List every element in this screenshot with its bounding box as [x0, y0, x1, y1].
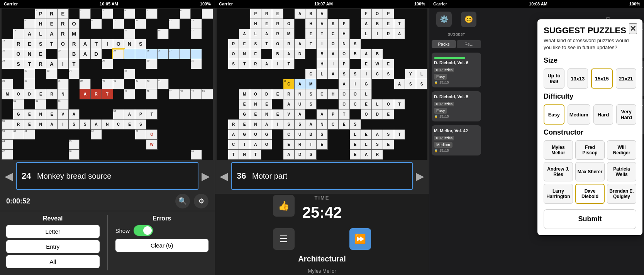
constructor-quigley[interactable]: Brendan E. Quigley [607, 184, 636, 204]
battery-3: 100% [629, 2, 640, 6]
close-suggest-btn[interactable]: ✕ [629, 23, 637, 34]
time-3: 10:08 AM [529, 2, 547, 6]
panel-1: Carrier 10:05 AM 100% 1P R E 2 3 4 5 [0, 0, 215, 275]
constructor-ries[interactable]: Andrew J. Ries [544, 162, 573, 181]
settings-btn-1[interactable]: ⚙ [194, 194, 208, 208]
panel-2: Carrier 10:07 AM 100% P R E A B A F O P [215, 0, 429, 275]
constructor-mellor[interactable]: Myles Mellor [544, 140, 573, 160]
overlay-title: Architectural [298, 255, 346, 263]
sidebar-card-3[interactable]: M. Mellor, Vol. 42 10 Puzzles Medium 🔒 1… [432, 125, 481, 155]
constructor-wells[interactable]: Patricia Wells [607, 162, 636, 181]
suggest-title: SUGGEST PUZZLES [544, 26, 636, 36]
battery-2: 100% [414, 2, 425, 6]
constructor-harrington[interactable]: Larry Harrington [544, 184, 573, 204]
next-clue-1[interactable]: ▶ [198, 167, 213, 186]
menu-btn[interactable]: ☰ [273, 228, 295, 250]
constructor-grid: Myles Mellor Fred Piscop Will Nediger An… [544, 140, 636, 204]
diff-easy[interactable]: Easy [544, 104, 564, 125]
all-btn[interactable]: All [6, 255, 100, 268]
size-15x15[interactable]: 15x15 [591, 68, 613, 89]
next-clue-2[interactable]: ▶ [413, 167, 427, 186]
diff-hard[interactable]: Hard [593, 104, 613, 125]
show-toggle-row: Show [115, 225, 209, 236]
status-right-1: 100% [200, 2, 211, 6]
card-3-puzzles: 10 Puzzles [434, 136, 454, 140]
crossword-grid-1[interactable]: 1P R E 2 3 4 5 6 7 8 H [0, 8, 215, 161]
prev-clue-2[interactable]: ◀ [217, 167, 231, 186]
overlay-author: Myles Mellor [308, 268, 336, 274]
errors-section: Errors Show Clear (5) [115, 215, 209, 270]
clue-text-1: Monkey bread source [37, 172, 193, 181]
clue-bar-1: 24 Monkey bread source [16, 162, 198, 190]
smiley-icon-btn[interactable]: 😊 [461, 12, 476, 27]
card-3-difficulty: Medium [434, 142, 452, 148]
status-bar-3: Carrier 10:08 AM 100% [429, 0, 644, 8]
thumbs-up-btn[interactable]: 👍 [273, 195, 295, 217]
size-9x9[interactable]: Up to 9x9 [544, 68, 564, 89]
overlay-time: 25:42 [302, 204, 342, 221]
card-1-size: 🔒 15x15 [434, 80, 479, 84]
prev-clue-1[interactable]: ◀ [2, 167, 16, 186]
show-toggle[interactable] [134, 225, 153, 236]
clue-text-2: Motor part [252, 172, 407, 181]
game-over-overlay: 👍 ☰ TIME 25:42 ⏩ Architectural Myles Mel… [215, 194, 429, 275]
sidebar-top-icons: ⚙️ 😊 [432, 12, 481, 27]
constructor-piscop[interactable]: Fred Piscop [575, 140, 605, 160]
status-bar-2: Carrier 10:07 AM 100% [215, 0, 429, 8]
show-label: Show [115, 227, 130, 234]
status-bar-1: Carrier 10:05 AM 100% [0, 0, 215, 8]
card-3-title: M. Mellor, Vol. 42 [434, 128, 479, 133]
time-label: TIME [314, 195, 329, 201]
diff-very-hard[interactable]: Very Hard [616, 104, 636, 125]
sidebar-p3: ⚙️ 😊 SUGGEST Packs Re... D. Diebold, Vol… [429, 8, 483, 275]
constructor-diebold[interactable]: Dave Diebold [575, 184, 605, 204]
grid-table-1: 1P R E 2 3 4 5 6 7 8 H [2, 9, 213, 160]
timer-bar-1: 0:00:52 🔍 ⚙ [0, 191, 215, 211]
time-2: 10:07 AM [314, 2, 333, 6]
diff-options: Easy Medium Hard Very Hard [544, 104, 636, 125]
recent-tab[interactable]: Re... [457, 40, 481, 48]
entry-btn[interactable]: Entry [6, 240, 100, 253]
reveal-label: Reveal [6, 215, 100, 222]
size-21x21[interactable]: 21x21 [616, 68, 637, 89]
bottom-controls-1: Reveal Letter Entry All Errors Show Clea… [0, 211, 215, 274]
submit-btn[interactable]: Submit [544, 209, 636, 229]
gear-icon-btn[interactable]: ⚙️ [436, 12, 452, 27]
letter-btn[interactable]: Letter [6, 225, 100, 238]
grid-table-2: P R E A B A F O P H E [217, 9, 427, 160]
sidebar-card-2[interactable]: D. Diebold, Vol. 5 10 Puzzles Easy 🔒 15x… [432, 91, 481, 121]
fast-forward-btn[interactable]: ⏩ [349, 228, 371, 250]
sidebar-tabs: Packs Re... [432, 40, 481, 48]
card-2-size: 🔒 15x15 [434, 114, 479, 118]
clear-btn[interactable]: Clear (5) [115, 239, 209, 252]
sidebar-card-1[interactable]: D. Diebold, Vol. 6 10 Puzzles Easy 🔒 15x… [432, 53, 481, 87]
constructor-nediger[interactable]: Will Nediger [607, 140, 636, 160]
size-13x13[interactable]: 13x13 [568, 68, 588, 89]
diff-medium[interactable]: Medium [568, 104, 590, 125]
card-2-puzzles: 10 Puzzles [434, 102, 454, 106]
size-section-title: Size [544, 56, 636, 65]
main-area-p3: SS RD ✕ SUGGEST PUZZLES What kind of cro… [483, 8, 644, 275]
card-1-difficulty: Easy [434, 74, 447, 80]
constructor-sherer[interactable]: Max Sherer [575, 162, 605, 181]
crossword-grid-2[interactable]: P R E A B A F O P H E [215, 8, 429, 161]
card-2-difficulty: Easy [434, 108, 447, 114]
clue-number-1: 24 [22, 171, 33, 181]
clue-bar-2: 36 Motor part [231, 162, 413, 190]
time-1: 10:05 AM [100, 2, 118, 6]
errors-label: Errors [115, 215, 209, 222]
reveal-section: Reveal Letter Entry All [6, 215, 100, 270]
search-btn-1[interactable]: 🔍 [175, 194, 190, 208]
suggest-desc: What kind of crossword puzzles would you… [544, 37, 636, 51]
packs-tab[interactable]: Packs [432, 40, 456, 48]
carrier-2: Carrier [219, 2, 233, 6]
suggest-overlay: ✕ SUGGEST PUZZLES What kind of crossword… [537, 19, 642, 235]
size-options: Up to 9x9 13x13 15x15 21x21 [544, 68, 636, 89]
card-1-title: D. Diebold, Vol. 6 [434, 60, 479, 65]
carrier-3: Carrier [433, 2, 447, 6]
panel-3: Carrier 10:08 AM 100% ⚙️ 😊 SUGGEST Packs… [429, 0, 644, 275]
panel3-content: ⚙️ 😊 SUGGEST Packs Re... D. Diebold, Vol… [429, 8, 644, 275]
card-3-size: 🔒 15x15 [434, 149, 479, 152]
suggest-label: SUGGEST [432, 32, 481, 36]
battery-1: 100% [200, 2, 211, 6]
